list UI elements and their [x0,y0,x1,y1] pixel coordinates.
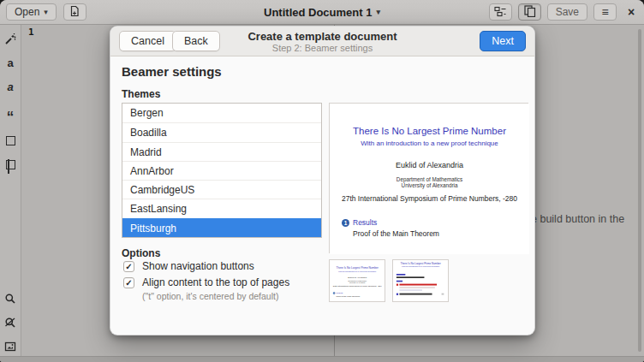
slide-title: There Is No Largest Prime Number [330,126,529,136]
show-navigation-option[interactable]: ✓ Show navigation buttons [123,260,254,272]
italic-text-icon[interactable]: a [4,80,17,93]
mini-institute-line2: University of Alexandria [330,282,385,283]
document-structure-button[interactable] [489,3,512,21]
mini2-slide-title: There Is No Largest Prime Number [393,262,448,264]
mini-slide-event: 27th International Symposium of Prime Nu… [330,285,385,288]
theorem-text-bar [397,276,425,278]
next-button-label: Next [492,35,514,47]
hamburger-menu-icon: ≡ [601,5,608,19]
bold-text-icon[interactable]: a [4,56,17,69]
wizard-wand-icon[interactable] [4,33,17,45]
mini-slide-title: There Is No Largest Prime Number [330,266,385,269]
dialog-headerbar: Cancel Back Create a template document S… [110,27,534,56]
save-button-label: Save [556,6,579,18]
proof-heading-bar [397,281,402,282]
slide-institute-line1: Department of Mathematics [330,176,529,182]
theme-row-boadilla[interactable]: Boadilla [122,122,321,141]
checkbox-checked-icon[interactable]: ✓ [123,261,134,272]
open-button-label: Open [15,6,39,18]
align-top-label: Align content to the top of pages [142,276,289,288]
content-slide-mini: There Is No Largest Prime Number With an… [393,260,448,302]
editor-line-number: 1 [28,27,34,38]
slide-event: 27th International Symposium of Prime Nu… [330,194,529,203]
mini2-slide-subtitle: With an introduction to a new proof tech… [393,265,448,267]
align-top-option[interactable]: ✓ Align content to the top of pages [123,276,289,288]
themes-label: Themes [122,88,160,100]
scrollbar[interactable] [638,29,641,352]
dialog-step-subtitle: Step 2: Beamer settings [110,43,534,53]
alert-text-bar [399,284,437,286]
theme-row-annarbor[interactable]: AnnArbor [122,161,321,180]
content-slide-thumbnail: There Is No Largest Prime Number With an… [392,259,449,302]
item-bullet [397,294,398,295]
preview-pages-icon [523,4,536,20]
window-close-button[interactable]: × [623,3,640,21]
show-navigation-label: Show navigation buttons [142,260,254,272]
insert-image-icon[interactable] [4,340,17,353]
title-slide-mini: There Is No Largest Prime Number With an… [330,260,385,302]
app-window: Open ▾ Untitled Document 1 ▾ [0,0,644,362]
tools-sidebar: a a “ [0,25,21,357]
mini-toc-badge: 1 [333,292,335,294]
beamer-title-slide: There Is No Largest Prime Number With an… [330,104,529,254]
page-layout-icon[interactable] [4,158,17,171]
faint-text-bar-1 [399,287,434,288]
item-text-bar [399,294,432,295]
help-panel-text: e build button in the [531,213,624,225]
headerbar: Open ▾ Untitled Document 1 ▾ [0,0,644,25]
theorem-heading-bar [397,274,405,276]
checkbox-checked-icon[interactable]: ✓ [123,277,134,288]
page-title: Beamer settings [122,64,222,79]
document-structure-icon [494,5,507,20]
new-document-button[interactable] [63,3,86,21]
themes-list: Bergen Boadilla Madrid AnnArbor Cambridg… [122,103,322,238]
template-dialog: Cancel Back Create a template document S… [110,26,535,335]
toc-section-label: Results [353,218,377,227]
theme-row-cambridgeus[interactable]: CambridgeUS [122,180,321,199]
document-title: Untitled Document 1 [264,6,372,19]
quotation-icon[interactable]: “ [4,104,17,123]
align-top-caption: ("t" option, it's centered by default) [142,291,278,301]
chevron-down-icon: ▾ [376,8,380,16]
next-button[interactable]: Next [480,31,526,51]
menu-button[interactable]: ≡ [593,3,617,21]
mini-slide-subtitle: With an introduction to a new proof tech… [330,270,385,272]
options-label: Options [122,247,160,259]
close-icon: × [628,5,635,19]
theme-row-madrid[interactable]: Madrid [122,142,321,161]
open-button[interactable]: Open ▾ [6,3,57,21]
slide-institute-line2: University of Alexandria [330,182,529,188]
toc-number-badge: 1 [342,219,349,227]
slide-author: Euklid of Alexandria [330,161,529,169]
slide-toc-item: Proof of the Main Theorem [353,229,439,238]
theme-row-eastlansing[interactable]: EastLansing [122,199,321,217]
title-slide-thumbnail: There Is No Largest Prime Number With an… [329,259,385,302]
mini-toc-item: Proof of the Main Theorem [336,295,360,298]
search-icon[interactable] [4,292,17,305]
mini-toc-label: Results [336,292,343,294]
theme-row-bergen[interactable]: Bergen [122,104,321,122]
mini-slide-author: Euklid of Alexandria [330,276,385,278]
new-document-icon [69,5,80,20]
page-number-mark [442,294,444,295]
chevron-down-icon: ▾ [44,8,48,16]
theme-row-pittsburgh-selected[interactable]: Pittsburgh [122,218,321,237]
theme-preview: There Is No Largest Prime Number With an… [329,103,528,253]
save-button[interactable]: Save [547,3,587,21]
dialog-title: Create a template document [110,30,534,43]
alert-bullet [397,284,398,286]
find-replace-icon[interactable] [4,316,17,329]
faint-text-bar-2 [399,289,421,291]
slide-subtitle: With an introduction to a new proof tech… [330,139,529,147]
frame-icon[interactable] [4,134,17,147]
slide-toc-entry: 1 Results [342,218,377,227]
preview-toggle-button[interactable] [518,3,541,21]
window-bottom-edge [0,356,644,362]
